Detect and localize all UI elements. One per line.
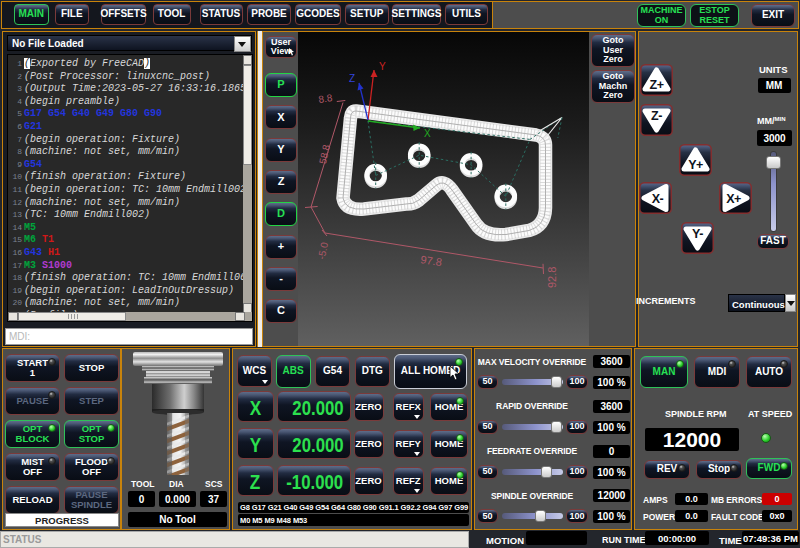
svg-text:92.8: 92.8 [546, 267, 558, 288]
svg-text:-5.0: -5.0 [316, 241, 330, 261]
svg-text:X-: X- [652, 192, 664, 206]
svg-text:97.8: 97.8 [420, 253, 443, 268]
svg-text:Z-: Z- [651, 109, 662, 123]
svg-text:Z+: Z+ [650, 78, 664, 92]
svg-text:Y+: Y+ [688, 158, 703, 172]
svg-text:8.8: 8.8 [318, 92, 334, 105]
svg-text:X: X [424, 128, 431, 139]
svg-text:Y: Y [379, 61, 386, 72]
svg-text:Y-: Y- [692, 227, 703, 241]
svg-text:Z: Z [349, 73, 355, 84]
svg-text:58.8: 58.8 [317, 143, 332, 165]
svg-text:X+: X+ [726, 192, 741, 206]
